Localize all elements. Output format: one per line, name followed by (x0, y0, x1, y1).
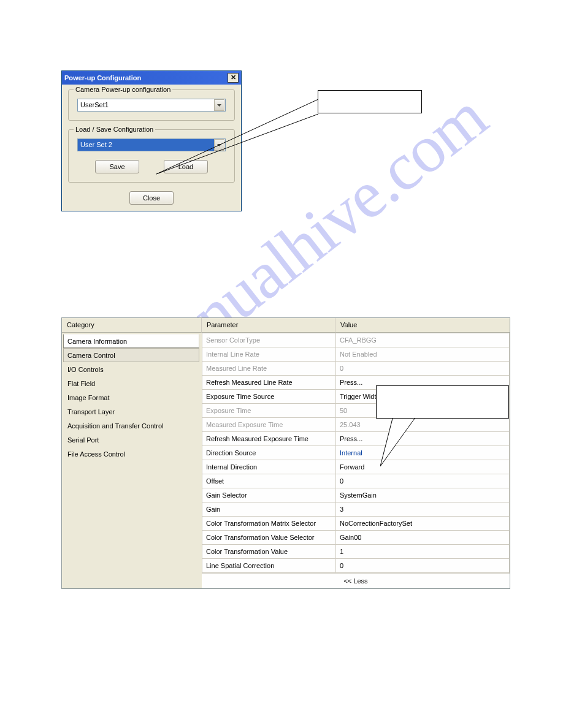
table-row: Gain SelectorSystemGain (202, 488, 510, 502)
chevron-down-icon[interactable] (214, 99, 224, 111)
close-button[interactable]: Close (129, 191, 174, 205)
param-name-cell: Exposure Time (202, 404, 336, 418)
callout-box-2 (376, 385, 509, 419)
param-name-cell: Internal Line Rate (202, 347, 336, 362)
param-value-cell[interactable]: NoCorrectionFactorySet (336, 517, 510, 531)
table-row: Offset0 (202, 474, 510, 488)
powerup-combo[interactable]: UserSet1 (77, 99, 226, 112)
category-item[interactable]: Acquisition and Transfer Control (63, 419, 199, 433)
category-item[interactable]: Camera Control (63, 348, 199, 362)
param-name-cell: Gain Selector (202, 488, 336, 502)
table-row: Measured Line Rate0 (202, 362, 510, 376)
table-row: Color Transformation Matrix SelectorNoCo… (202, 517, 510, 531)
property-grid: Category Parameter Value Camera Informat… (61, 317, 510, 589)
param-value-cell[interactable]: Gain00 (336, 531, 510, 545)
powerup-config-dialog: Power-up Configuration ✕ Camera Power-up… (61, 70, 242, 211)
param-value-cell[interactable]: 3 (336, 502, 510, 517)
category-item[interactable]: Flat Field (63, 376, 199, 390)
param-value-cell[interactable]: 0 (336, 559, 510, 573)
param-value-cell[interactable]: SystemGain (336, 488, 510, 502)
close-icon[interactable]: ✕ (228, 73, 239, 83)
param-name-cell: Color Transformation Value Selector (202, 531, 336, 545)
param-value-cell: CFA_RBGG (336, 333, 510, 347)
category-item[interactable]: Serial Port (63, 433, 199, 447)
param-name-cell: Refresh Measured Line Rate (202, 376, 336, 390)
table-row: Line Spatial Correction0 (202, 559, 510, 573)
save-button[interactable]: Save (95, 160, 139, 173)
category-item[interactable]: Image Format (63, 390, 199, 404)
category-pane: Camera InformationCamera ControlI/O Cont… (62, 333, 202, 588)
param-value-cell[interactable]: Forward (336, 460, 510, 474)
param-name-cell: Color Transformation Matrix Selector (202, 517, 336, 531)
param-value-cell: 0 (336, 362, 510, 376)
table-row: Color Transformation Value1 (202, 545, 510, 559)
param-name-cell: Internal Direction (202, 460, 336, 474)
param-name-cell: Color Transformation Value (202, 545, 336, 559)
table-row: Sensor ColorTypeCFA_RBGG (202, 333, 510, 347)
param-name-cell: Exposure Time Source (202, 390, 336, 404)
header-parameter[interactable]: Parameter (202, 318, 335, 333)
param-value-cell: Not Enabled (336, 347, 510, 362)
group-camera-powerup-legend: Camera Power-up configuration (74, 86, 172, 93)
param-value-cell[interactable]: Internal (336, 446, 510, 460)
load-button[interactable]: Load (164, 160, 208, 173)
header-value[interactable]: Value (335, 318, 510, 333)
parameters-pane: Sensor ColorTypeCFA_RBGGInternal Line Ra… (202, 333, 510, 588)
loadsave-combo-value: User Set 2 (78, 139, 214, 151)
chevron-down-icon[interactable] (214, 139, 224, 151)
table-row: Internal Line RateNot Enabled (202, 347, 510, 362)
table-row: Refresh Measured Exposure TimePress... (202, 432, 510, 446)
powerup-combo-value: UserSet1 (78, 99, 214, 111)
group-load-save-legend: Load / Save Configuration (74, 126, 155, 133)
param-name-cell: Refresh Measured Exposure Time (202, 432, 336, 446)
category-item[interactable]: Camera Information (63, 334, 199, 348)
table-row: Gain3 (202, 502, 510, 517)
param-name-cell: Line Spatial Correction (202, 559, 336, 573)
param-name-cell: Offset (202, 474, 336, 488)
param-value-cell[interactable]: 1 (336, 545, 510, 559)
param-value-cell: 25.043 (336, 418, 510, 432)
group-load-save: Load / Save Configuration User Set 2 Sav… (68, 129, 235, 183)
param-value-cell[interactable]: Press... (336, 432, 510, 446)
group-camera-powerup: Camera Power-up configuration UserSet1 (68, 89, 235, 121)
param-name-cell: Measured Exposure Time (202, 418, 336, 432)
loadsave-combo[interactable]: User Set 2 (77, 138, 226, 151)
param-name-cell: Measured Line Rate (202, 362, 336, 376)
param-name-cell: Direction Source (202, 446, 336, 460)
table-row: Measured Exposure Time25.043 (202, 418, 510, 432)
table-row: Color Transformation Value SelectorGain0… (202, 531, 510, 545)
category-item[interactable]: Transport Layer (63, 404, 199, 419)
dialog-titlebar[interactable]: Power-up Configuration ✕ (62, 71, 241, 85)
param-value-cell[interactable]: 0 (336, 474, 510, 488)
category-item[interactable]: I/O Controls (63, 362, 199, 376)
dialog-title: Power-up Configuration (64, 71, 141, 85)
table-row: Internal DirectionForward (202, 460, 510, 474)
table-row: Direction SourceInternal (202, 446, 510, 460)
less-toggle[interactable]: << Less (202, 573, 510, 588)
param-name-cell: Gain (202, 502, 336, 517)
callout-box-1 (318, 90, 422, 113)
header-category[interactable]: Category (62, 318, 202, 333)
param-name-cell: Sensor ColorType (202, 333, 336, 347)
category-item[interactable]: File Access Control (63, 447, 199, 461)
